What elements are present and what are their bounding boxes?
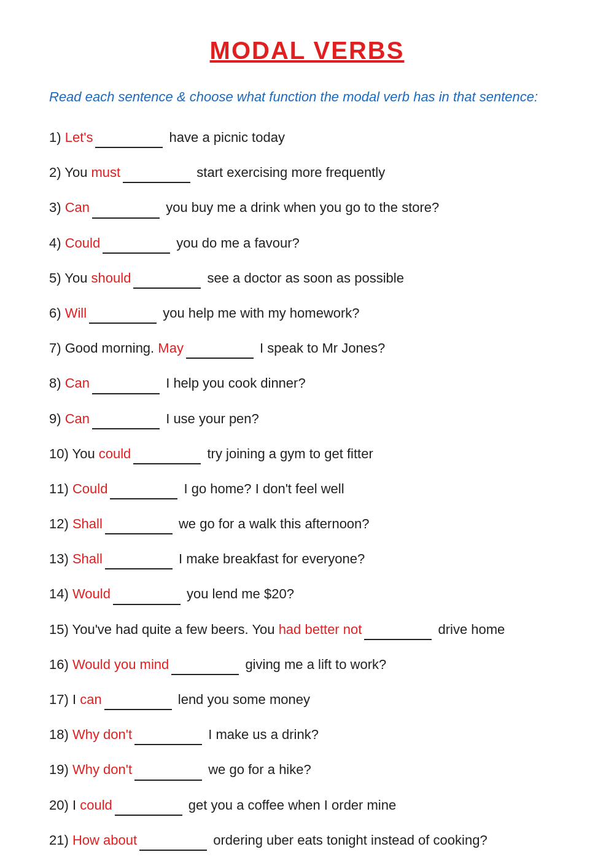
question-before-text: I <box>72 797 80 813</box>
question-after-text: see a doctor as soon as possible <box>203 270 404 286</box>
list-item: 21) How about ordering uber eats tonight… <box>49 829 565 851</box>
question-after-text: I go home? I don't feel well <box>180 481 344 496</box>
modal-verb: should <box>91 270 131 286</box>
page-title: MODAL VERBS <box>49 37 565 65</box>
modal-verb: Why don't <box>72 762 132 777</box>
answer-blank <box>133 451 201 464</box>
list-item: 20) I could get you a coffee when I orde… <box>49 794 565 816</box>
modal-verb: How about <box>72 832 137 848</box>
answer-blank <box>115 802 182 816</box>
question-after-text: you lend me $20? <box>183 586 294 601</box>
question-number: 17) <box>49 692 72 707</box>
question-after-text: lend you some money <box>174 692 310 707</box>
question-number: 10) <box>49 446 72 461</box>
question-number: 18) <box>49 727 72 742</box>
question-number: 16) <box>49 657 72 672</box>
question-list: 1) Let's have a picnic today2) You must … <box>49 127 565 868</box>
answer-blank <box>92 381 160 394</box>
answer-blank <box>105 521 173 534</box>
list-item: 8) Can I help you cook dinner? <box>49 372 565 394</box>
answer-blank <box>123 170 190 183</box>
question-before-text: Good morning. <box>65 340 158 356</box>
question-after-text: we go for a hike? <box>204 762 311 777</box>
modal-verb: Could <box>72 481 107 496</box>
answer-blank <box>186 345 254 359</box>
list-item: 16) Would you mind giving me a lift to w… <box>49 654 565 675</box>
question-before-text: You <box>64 165 91 180</box>
question-after-text: drive home <box>434 622 505 637</box>
question-number: 20) <box>49 797 72 813</box>
answer-blank <box>105 556 173 569</box>
question-number: 14) <box>49 586 72 601</box>
question-after-text: I speak to Mr Jones? <box>256 340 385 356</box>
modal-verb: Would you mind <box>72 657 169 672</box>
answer-blank <box>95 135 163 148</box>
list-item: 11) Could I go home? I don't feel well <box>49 478 565 499</box>
modal-verb: Would <box>72 586 111 601</box>
question-before-text: You <box>64 270 91 286</box>
list-item: 14) Would you lend me $20? <box>49 583 565 604</box>
modal-verb: Can <box>65 200 90 215</box>
question-number: 12) <box>49 516 72 531</box>
answer-blank <box>113 592 181 605</box>
answer-blank <box>89 310 157 324</box>
question-number: 6) <box>49 305 65 321</box>
question-after-text: we go for a walk this afternoon? <box>175 516 370 531</box>
modal-verb: can <box>80 692 101 707</box>
list-item: 5) You should see a doctor as soon as po… <box>49 267 565 289</box>
question-after-text: you do me a favour? <box>173 235 300 251</box>
question-number: 1) <box>49 130 65 145</box>
modal-verb: Can <box>65 375 90 391</box>
question-number: 13) <box>49 551 72 566</box>
question-after-text: I use your pen? <box>162 411 259 426</box>
modal-verb: could <box>99 446 131 461</box>
question-after-text: try joining a gym to get fitter <box>203 446 373 461</box>
answer-blank <box>103 240 170 254</box>
modal-verb: must <box>91 165 121 180</box>
question-number: 21) <box>49 832 72 848</box>
question-number: 9) <box>49 411 65 426</box>
question-after-text: ordering uber eats tonight instead of co… <box>209 832 488 848</box>
list-item: 15) You've had quite a few beers. You ha… <box>49 619 565 640</box>
question-after-text: I make us a drink? <box>204 727 319 742</box>
modal-verb: Let's <box>65 130 93 145</box>
list-item: 22) You ought to go to bed. You look exh… <box>49 864 565 868</box>
subtitle: Read each sentence & choose what functio… <box>49 87 565 107</box>
question-number: 5) <box>49 270 64 286</box>
question-number: 15) <box>49 622 72 637</box>
list-item: 1) Let's have a picnic today <box>49 127 565 148</box>
answer-blank <box>134 732 202 745</box>
list-item: 2) You must start exercising more freque… <box>49 162 565 183</box>
answer-blank <box>171 662 239 675</box>
answer-blank <box>110 486 177 499</box>
modal-verb: Shall <box>72 516 103 531</box>
modal-verb: May <box>158 340 184 356</box>
question-number: 3) <box>49 200 65 215</box>
answer-blank <box>92 416 160 429</box>
modal-verb: Will <box>65 305 87 321</box>
question-number: 7) <box>49 340 65 356</box>
question-number: 11) <box>49 481 72 496</box>
list-item: 10) You could try joining a gym to get f… <box>49 443 565 464</box>
list-item: 6) Will you help me with my homework? <box>49 302 565 324</box>
modal-verb: Could <box>65 235 100 251</box>
question-after-text: giving me a lift to work? <box>241 657 386 672</box>
list-item: 4) Could you do me a favour? <box>49 232 565 254</box>
list-item: 17) I can lend you some money <box>49 689 565 710</box>
modal-verb: Shall <box>72 551 103 566</box>
question-number: 19) <box>49 762 72 777</box>
list-item: 7) Good morning. May I speak to Mr Jones… <box>49 337 565 359</box>
modal-verb: Can <box>65 411 90 426</box>
question-after-text: start exercising more frequently <box>193 165 385 180</box>
question-after-text: have a picnic today <box>165 130 284 145</box>
list-item: 19) Why don't we go for a hike? <box>49 759 565 780</box>
answer-blank <box>133 275 201 289</box>
answer-blank <box>139 837 207 851</box>
modal-verb: could <box>80 797 112 813</box>
question-after-text: you buy me a drink when you go to the st… <box>162 200 439 215</box>
list-item: 3) Can you buy me a drink when you go to… <box>49 197 565 218</box>
list-item: 9) Can I use your pen? <box>49 408 565 429</box>
answer-blank <box>134 767 202 781</box>
answer-blank <box>364 627 432 640</box>
question-after-text: I make breakfast for everyone? <box>175 551 365 566</box>
